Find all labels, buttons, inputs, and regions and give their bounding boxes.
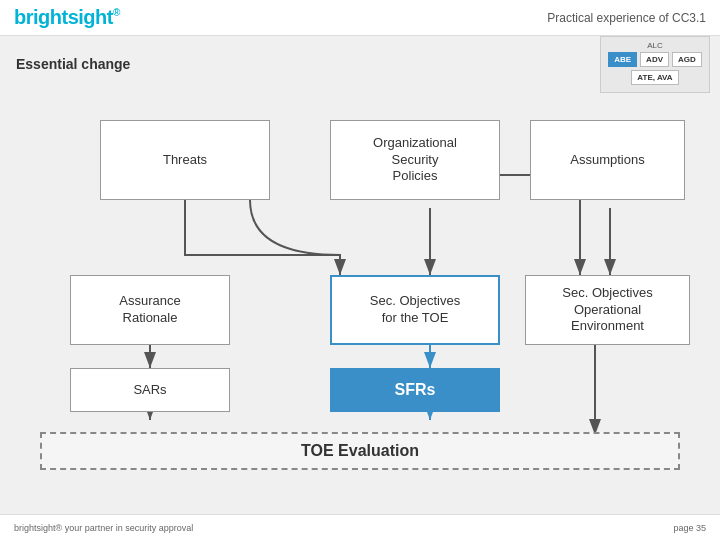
assumptions-box: Assumptions (530, 120, 685, 200)
footer: brightsight® your partner in security ap… (0, 514, 720, 540)
toe-evaluation-box: TOE Evaluation (40, 432, 680, 470)
legend-panel: ALC ABE ADV AGD ATE, AVA (600, 36, 710, 93)
essential-change-label: Essential change (16, 56, 130, 72)
flow-diagram: Threats Organizational Security Policies… (20, 100, 700, 470)
logo: brightsight® (14, 6, 120, 29)
org-sec-box: Organizational Security Policies (330, 120, 500, 200)
legend-ate-ava: ATE, AVA (631, 70, 678, 85)
footer-page: page 35 (673, 523, 706, 533)
header-title: Practical experience of CC3.1 (547, 11, 706, 25)
sfrs-box: SFRs (330, 368, 500, 412)
legend-row-2: ATE, AVA (605, 70, 705, 85)
sec-obj-env-box: Sec. Objectives Operational Environment (525, 275, 690, 345)
legend-row-1: ABE ADV AGD (605, 52, 705, 67)
legend-adv: ADV (640, 52, 669, 67)
main-content: Threats Organizational Security Policies… (0, 100, 720, 510)
legend-agd: AGD (672, 52, 702, 67)
header: brightsight® Practical experience of CC3… (0, 0, 720, 36)
legend-title: ALC (605, 41, 705, 50)
threats-box: Threats (100, 120, 270, 200)
legend-abe: ABE (608, 52, 637, 67)
footer-tagline: brightsight® your partner in security ap… (14, 523, 193, 533)
sars-box: SARs (70, 368, 230, 412)
assurance-rationale-box: Assurance Rationale (70, 275, 230, 345)
sec-obj-toe-box: Sec. Objectives for the TOE (330, 275, 500, 345)
